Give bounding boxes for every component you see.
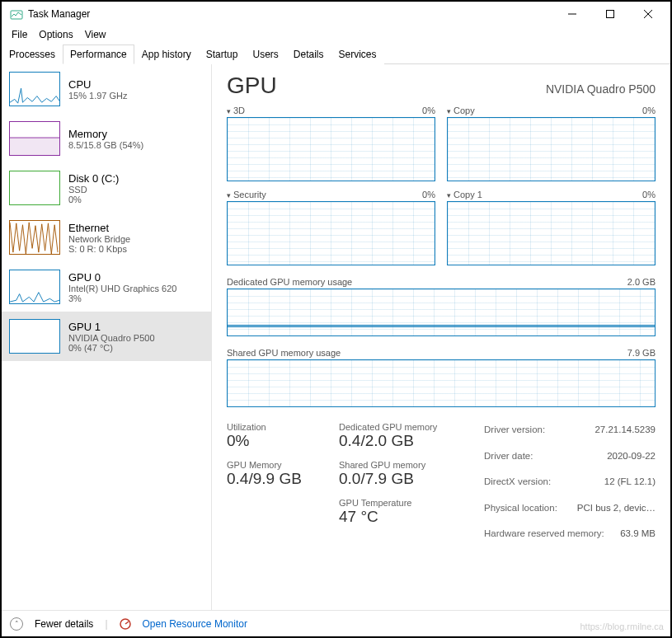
- stat-value: 47 °C: [339, 508, 471, 526]
- main-panel: GPU NVIDIA Quadro P500 ▾3D0% ▾Copy0% ▾Se…: [212, 64, 670, 610]
- cpu-thumbnail: [9, 72, 60, 106]
- graph-3d[interactable]: ▾3D0%: [227, 106, 435, 181]
- footer: ˄ Fewer details | Open Resource Monitor: [2, 610, 670, 636]
- graph-percent: 0%: [422, 106, 435, 115]
- stat-label: GPU Memory: [227, 460, 326, 470]
- task-manager-window: Task Manager File Options View Processes…: [0, 0, 672, 638]
- chevron-down-icon: ▾: [447, 107, 451, 115]
- watermark: https://blog.rmilne.ca: [580, 622, 665, 631]
- graph-label: Copy 1: [453, 190, 482, 199]
- detail-key: Hardware reserved memory:: [484, 526, 604, 542]
- stat-label: Utilization: [227, 422, 326, 432]
- menubar: File Options View: [2, 26, 670, 43]
- sidebar-item-gpu1[interactable]: GPU 1 NVIDIA Quadro P500 0% (47 °C): [2, 312, 211, 361]
- graph-label: Security: [233, 190, 266, 199]
- graph-max: 2.0 GB: [627, 277, 656, 287]
- graph-copy[interactable]: ▾Copy0%: [447, 106, 656, 181]
- tab-app-history[interactable]: App history: [134, 45, 199, 64]
- sidebar-item-label: CPU: [68, 78, 128, 91]
- svg-rect-2: [607, 11, 614, 18]
- sidebar-item-label: Ethernet: [68, 222, 130, 234]
- sidebar-item-sub: 15% 1.97 GHz: [68, 91, 128, 101]
- sidebar-item-sub: Intel(R) UHD Graphics 620: [68, 284, 176, 293]
- sidebar-item-label: Disk 0 (C:): [68, 172, 119, 185]
- graph-dedicated-memory[interactable]: Dedicated GPU memory usage2.0 GB: [227, 277, 656, 336]
- fewer-details-label[interactable]: Fewer details: [35, 618, 93, 630]
- detail-value: 63.9 MB: [620, 526, 656, 542]
- detail-key: Driver version:: [484, 422, 545, 439]
- close-button[interactable]: [629, 2, 667, 26]
- titlebar: Task Manager: [2, 2, 670, 26]
- sidebar-item-label: Memory: [68, 128, 143, 140]
- menu-options[interactable]: Options: [34, 28, 78, 41]
- stat-value: 0.4/9.9 GB: [227, 470, 326, 488]
- stat-label: Dedicated GPU memory: [339, 422, 471, 432]
- sidebar-item-sub: 0%: [68, 195, 119, 204]
- minimize-button[interactable]: [553, 2, 591, 26]
- sidebar-item-sub: 3%: [68, 293, 176, 303]
- stat-value: 0.0/7.9 GB: [339, 470, 471, 488]
- graph-security[interactable]: ▾Security0%: [227, 190, 435, 265]
- sidebar-item-ethernet[interactable]: Ethernet Network Bridge S: 0 R: 0 Kbps: [2, 213, 211, 262]
- sidebar-item-label: GPU 0: [68, 271, 176, 284]
- eth-thumbnail: [9, 220, 60, 255]
- sidebar-item-sub: NVIDIA Quadro P500: [68, 333, 155, 343]
- stat-value: 0%: [227, 432, 326, 450]
- graph-percent: 0%: [642, 190, 656, 199]
- graph-label: Dedicated GPU memory usage: [227, 277, 352, 287]
- chevron-down-icon: ▾: [227, 107, 231, 115]
- detail-key: Driver date:: [484, 448, 533, 465]
- sidebar-item-sub: 8.5/15.8 GB (54%): [68, 140, 143, 150]
- performance-sidebar: CPU 15% 1.97 GHz Memory 8.5/15.8 GB (54%…: [2, 64, 212, 610]
- menu-file[interactable]: File: [7, 28, 32, 41]
- sidebar-item-label: GPU 1: [68, 321, 155, 333]
- tab-users[interactable]: Users: [245, 45, 285, 64]
- menu-view[interactable]: View: [80, 28, 111, 41]
- svg-rect-5: [10, 138, 59, 155]
- sidebar-item-cpu[interactable]: CPU 15% 1.97 GHz: [2, 64, 211, 114]
- detail-value: 2020-09-22: [607, 448, 656, 465]
- app-icon: [10, 7, 23, 21]
- detail-key: DirectX version:: [484, 474, 551, 490]
- memory-thumbnail: [9, 121, 60, 156]
- sidebar-item-sub: S: 0 R: 0 Kbps: [68, 244, 130, 254]
- fewer-details-toggle[interactable]: ˄: [10, 617, 23, 631]
- sidebar-item-sub: Network Bridge: [68, 234, 130, 244]
- detail-value: 12 (FL 12.1): [604, 474, 656, 490]
- sidebar-item-memory[interactable]: Memory 8.5/15.8 GB (54%): [2, 114, 211, 163]
- stats-area: Utilization 0% GPU Memory 0.4/9.9 GB Ded…: [227, 422, 656, 542]
- tab-startup[interactable]: Startup: [199, 45, 246, 64]
- chevron-down-icon: ▾: [227, 191, 231, 199]
- graph-percent: 0%: [422, 190, 435, 199]
- detail-value: PCI bus 2, devic…: [577, 500, 656, 517]
- content-area: CPU 15% 1.97 GHz Memory 8.5/15.8 GB (54%…: [2, 64, 670, 610]
- sidebar-item-gpu0[interactable]: GPU 0 Intel(R) UHD Graphics 620 3%: [2, 262, 211, 312]
- graph-label: Shared GPU memory usage: [227, 348, 341, 358]
- svg-line-8: [125, 622, 129, 624]
- device-name: NVIDIA Quadro P500: [546, 82, 656, 96]
- graph-label: Copy: [453, 106, 475, 115]
- tab-processes[interactable]: Processes: [2, 45, 63, 64]
- stat-label: Shared GPU memory: [339, 460, 471, 470]
- tab-details[interactable]: Details: [286, 45, 331, 64]
- graph-percent: 0%: [642, 106, 656, 115]
- resource-monitor-icon: [120, 618, 131, 630]
- sidebar-item-disk[interactable]: Disk 0 (C:) SSD 0%: [2, 163, 211, 213]
- stat-label: GPU Temperature: [339, 498, 471, 508]
- detail-key: Physical location:: [484, 500, 557, 517]
- tab-services[interactable]: Services: [331, 45, 384, 64]
- disk-thumbnail: [9, 171, 60, 205]
- graph-shared-memory[interactable]: Shared GPU memory usage7.9 GB: [227, 348, 656, 407]
- tab-performance[interactable]: Performance: [63, 45, 134, 64]
- window-title: Task Manager: [28, 8, 90, 20]
- tabbar: Processes Performance App history Startu…: [2, 43, 670, 64]
- gpu0-thumbnail: [9, 270, 60, 304]
- maximize-button[interactable]: [591, 2, 629, 26]
- chevron-down-icon: ▾: [447, 191, 451, 199]
- sidebar-item-sub: SSD: [68, 185, 119, 195]
- graph-max: 7.9 GB: [627, 348, 656, 358]
- graph-label: 3D: [233, 106, 245, 115]
- graph-copy1[interactable]: ▾Copy 10%: [447, 190, 656, 265]
- open-resource-monitor-link[interactable]: Open Resource Monitor: [143, 618, 247, 630]
- sidebar-item-sub: 0% (47 °C): [68, 343, 155, 353]
